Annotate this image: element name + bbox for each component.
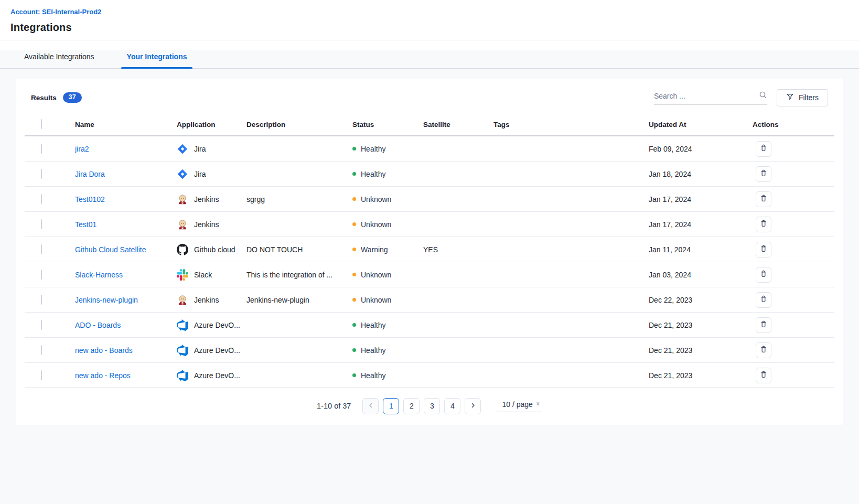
status-cell: Unknown xyxy=(352,271,423,279)
delete-button[interactable] xyxy=(756,292,771,308)
tab-your-integrations[interactable]: Your Integrations xyxy=(127,50,187,68)
integration-name-link[interactable]: Test01 xyxy=(75,220,96,229)
status-cell: Healthy xyxy=(352,145,423,153)
pagination-page-button-3[interactable]: 3 xyxy=(424,398,440,414)
application-name: Slack xyxy=(194,271,212,279)
table-row: Slack-Harness xyxy=(25,262,834,287)
row-checkbox[interactable] xyxy=(41,219,42,229)
application-icon xyxy=(177,219,188,230)
integration-name-link[interactable]: Test0102 xyxy=(75,195,105,203)
row-checkbox[interactable] xyxy=(41,144,42,154)
integration-name-link[interactable]: Jenkins-new-plugin xyxy=(75,296,138,304)
trash-icon xyxy=(759,345,768,355)
filters-button[interactable]: Filters xyxy=(777,89,828,106)
column-header-application: Application xyxy=(177,121,246,128)
updated-at-cell: Jan 03, 2024 xyxy=(649,271,753,279)
satellite-cell: YES xyxy=(423,245,493,254)
integration-name-link[interactable]: Jira Dora xyxy=(75,170,105,178)
delete-button[interactable] xyxy=(756,342,771,358)
search-input[interactable] xyxy=(654,92,759,100)
status-label: Healthy xyxy=(361,170,385,178)
integration-name-link[interactable]: ADO - Boards xyxy=(75,321,121,329)
integration-name-link[interactable]: jira2 xyxy=(75,145,89,153)
updated-at-cell: Jan 17, 2024 xyxy=(649,220,753,229)
status-cell: Warning xyxy=(352,245,423,254)
trash-icon xyxy=(759,219,768,229)
header-spacer xyxy=(0,40,859,50)
page-header: Account: SEI-Internal-Prod2 Integrations xyxy=(0,0,859,40)
row-checkbox[interactable] xyxy=(41,320,42,330)
table-row: jira2 xyxy=(25,136,834,162)
pagination-next-button[interactable] xyxy=(465,398,481,414)
integrations-card: Results 37 Filters xyxy=(16,79,843,425)
delete-button[interactable] xyxy=(756,166,771,182)
application-icon xyxy=(177,143,188,155)
table-row: Test01 xyxy=(25,212,834,237)
description-cell: DO NOT TOUCH xyxy=(246,245,352,254)
azure-devops-icon xyxy=(177,319,188,331)
delete-button[interactable] xyxy=(756,317,771,333)
row-checkbox[interactable] xyxy=(41,244,42,254)
delete-button[interactable] xyxy=(756,242,771,258)
pagination-range-label: 1-10 of 37 xyxy=(317,402,351,410)
pagination-page-button-4[interactable]: 4 xyxy=(444,398,460,414)
status-label: Unknown xyxy=(361,296,391,304)
integration-name-link[interactable]: Slack-Harness xyxy=(75,271,123,279)
integration-name-link[interactable]: new ado - Boards xyxy=(75,346,133,355)
application-icon xyxy=(177,319,188,331)
updated-at-cell: Dec 21, 2023 xyxy=(649,321,753,329)
description-cell: sgrgg xyxy=(246,195,352,203)
pagination-prev-button[interactable] xyxy=(362,398,379,414)
trash-icon xyxy=(759,244,768,254)
account-breadcrumb-link[interactable]: Account: SEI-Internal-Prod2 xyxy=(10,8,101,16)
row-checkbox[interactable] xyxy=(41,295,42,305)
integration-name-link[interactable]: new ado - Repos xyxy=(75,371,131,380)
tab-available-integrations[interactable]: Available Integrations xyxy=(24,50,94,68)
page-size-label: 10 / page xyxy=(502,400,532,409)
page-size-select[interactable]: 10 / page ∨ xyxy=(497,400,542,412)
application-name: Jira xyxy=(194,145,206,153)
status-dot-icon xyxy=(352,323,356,327)
pagination-page-button-2[interactable]: 2 xyxy=(403,398,420,414)
trash-icon xyxy=(759,169,768,179)
pagination-page-button-1[interactable]: 1 xyxy=(383,398,399,414)
trash-icon xyxy=(759,270,768,280)
status-dot-icon xyxy=(352,273,356,276)
row-checkbox[interactable] xyxy=(41,270,42,280)
integration-name-link[interactable]: Github Cloud Satellite xyxy=(75,245,146,254)
trash-icon xyxy=(759,144,768,154)
jira-icon xyxy=(177,168,188,180)
status-cell: Healthy xyxy=(352,321,423,329)
row-checkbox[interactable] xyxy=(41,169,42,179)
status-dot-icon xyxy=(352,248,356,251)
jenkins-icon xyxy=(177,294,188,306)
row-checkbox[interactable] xyxy=(41,370,42,380)
table-row: new ado - Boards xyxy=(25,338,834,363)
status-label: Warning xyxy=(361,245,388,254)
status-cell: Unknown xyxy=(352,195,423,203)
column-header-actions: Actions xyxy=(753,121,834,128)
results-bar: Results 37 Filters xyxy=(25,87,834,108)
delete-button[interactable] xyxy=(756,217,771,232)
table-row: ADO - Boards xyxy=(25,313,834,338)
updated-at-cell: Jan 11, 2024 xyxy=(649,245,753,254)
trash-icon xyxy=(759,194,768,204)
status-label: Healthy xyxy=(361,145,385,153)
row-checkbox[interactable] xyxy=(41,345,42,355)
table-header-row: Name Application Description Status Sate… xyxy=(25,113,834,136)
trash-icon xyxy=(759,370,768,380)
delete-button[interactable] xyxy=(756,141,771,157)
status-cell: Unknown xyxy=(352,220,423,229)
updated-at-cell: Jan 18, 2024 xyxy=(649,170,753,178)
delete-button[interactable] xyxy=(756,368,771,383)
application-icon xyxy=(177,294,188,306)
table-row: Test0102 xyxy=(25,187,834,212)
select-all-checkbox[interactable] xyxy=(41,119,42,129)
status-label: Healthy xyxy=(361,321,385,329)
delete-button[interactable] xyxy=(756,191,771,207)
status-cell: Unknown xyxy=(352,296,423,304)
delete-button[interactable] xyxy=(756,267,771,283)
row-checkbox[interactable] xyxy=(41,194,42,204)
tab-bar: Available Integrations Your Integrations xyxy=(0,50,859,69)
search-box xyxy=(654,91,767,104)
